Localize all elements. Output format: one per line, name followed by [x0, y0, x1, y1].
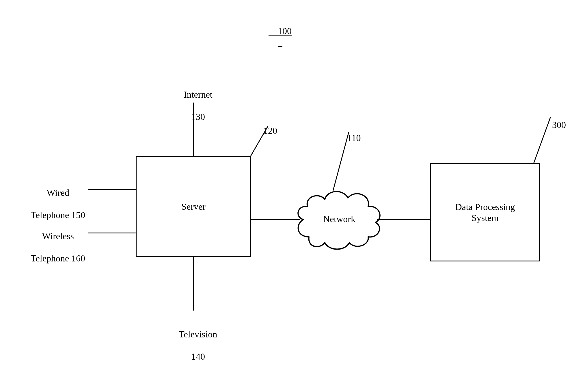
dps-ref-label: 300 — [543, 108, 566, 142]
figure-reference-100: 100 — [266, 14, 295, 48]
network-cloud: Network — [292, 179, 387, 257]
network-ref-text: 110 — [347, 133, 361, 143]
dps-ref-text: 300 — [552, 120, 566, 130]
server-box-label: Server — [181, 201, 206, 212]
line-internet-server — [193, 103, 194, 156]
wireless-telephone-label-line2: Telephone 160 — [31, 253, 85, 263]
line-wired-server — [88, 189, 136, 190]
wireless-telephone-label-line1: Wireless — [42, 231, 74, 241]
diagram-stage: 100 Internet 130 Server 120 Television 1… — [0, 0, 572, 392]
television-label-text: Television — [179, 329, 217, 339]
dps-box-label-line2: System — [472, 213, 499, 223]
line-server-television — [193, 257, 194, 311]
dps-box-label-line1: Data Processing — [455, 202, 515, 212]
figure-reference-text: 100 — [278, 26, 292, 36]
server-box: Server — [136, 156, 251, 257]
internet-label-text: Internet — [184, 89, 213, 100]
television-label: Television 140 — [157, 318, 230, 373]
wireless-telephone-label: Wireless Telephone 160 — [19, 220, 88, 275]
network-ref-label: 110 — [338, 121, 361, 155]
line-wireless-server — [88, 233, 136, 233]
line-network-dps — [377, 219, 430, 220]
wired-telephone-label-line1: Wired — [46, 187, 69, 198]
wired-telephone-label-line2: Telephone 150 — [31, 210, 85, 220]
television-ref-text: 140 — [191, 351, 205, 362]
network-cloud-label-container: Network — [292, 214, 387, 224]
dps-box: Data Processing System — [430, 163, 540, 261]
network-cloud-label: Network — [323, 214, 355, 224]
dps-box-label-container: Data Processing System — [455, 201, 515, 224]
